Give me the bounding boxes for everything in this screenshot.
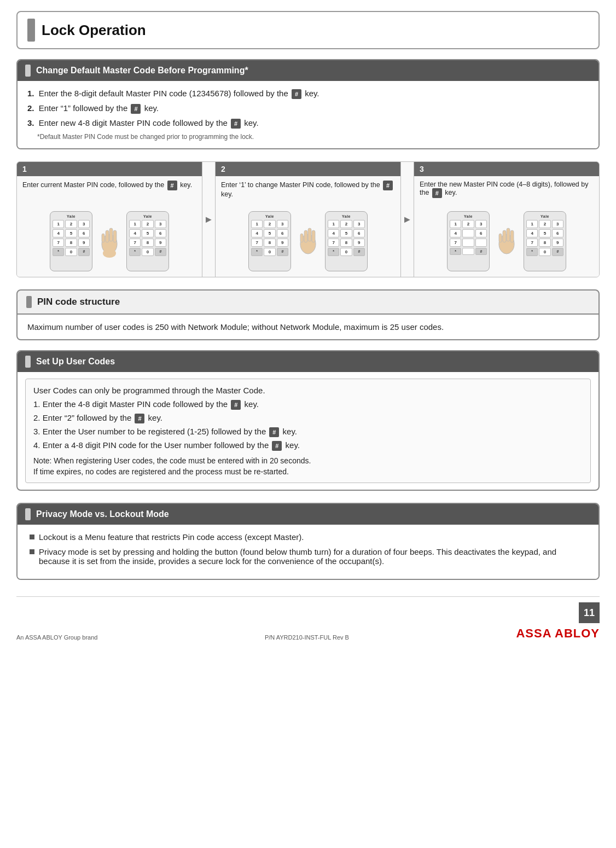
privacy-title: Privacy Mode vs. Lockout Mode: [36, 509, 169, 519]
keypad-brand-2: Yale: [143, 214, 152, 218]
pin-structure-body: Maximum number of user codes is 250 with…: [16, 315, 600, 340]
step-col-2: 2 Enter ‘1’ to change Master PIN code, f…: [216, 162, 401, 277]
title-bar-accent: [27, 19, 35, 42]
keypad-brand-3: Yale: [265, 214, 274, 218]
change-master-title: Change Default Master Code Before Progra…: [36, 66, 248, 75]
svg-rect-12: [503, 230, 506, 242]
step-col-1: 1 Enter current Master PIN code, followe…: [17, 162, 202, 277]
keypad-grid-5: 1 2 3 4 6 7 * #: [450, 220, 487, 255]
key-1: 1: [53, 220, 64, 228]
bullet-icon-2: [30, 549, 34, 554]
privacy-header-accent: [25, 508, 31, 520]
setup-title: Set Up User Codes: [36, 357, 115, 367]
svg-rect-3: [113, 230, 117, 242]
pound-icon-u3: #: [269, 427, 279, 437]
footer-left: An ASSA ABLOY Group brand: [16, 634, 97, 641]
pound-icon-s3: #: [432, 188, 442, 198]
setup-inner-box: User Codes can only be programmed throug…: [25, 379, 591, 483]
footer-right: 11 ASSA ABLOY: [516, 602, 600, 641]
key-hashb: #: [155, 248, 166, 256]
pin-structure-section: PIN code structure Maximum number of use…: [16, 289, 600, 340]
pound-icon-3: #: [231, 119, 241, 129]
setup-step3: 3. Enter the User number to be registere…: [33, 427, 583, 437]
setup-header-accent: [25, 356, 31, 368]
key-9: 9: [78, 239, 90, 247]
change-master-step3: 3. Enter new 4-8 digit Master PIN code f…: [27, 118, 589, 129]
key-7: 7: [53, 239, 64, 247]
key-4b: 4: [129, 229, 141, 237]
keypad-grid-2: 1 2 3 4 5 6 7 8 9 * 0 #: [129, 220, 166, 256]
pound-icon-u4: #: [272, 441, 282, 451]
step-header-1: 1: [17, 162, 202, 176]
privacy-body: Lockout is a Menu feature that restricts…: [18, 525, 598, 579]
svg-rect-10: [300, 234, 303, 242]
privacy-bullet-2: Privacy mode is set by pressing and hold…: [30, 547, 586, 566]
key-2: 2: [65, 220, 77, 228]
key-hash: #: [78, 248, 90, 256]
hand-icon-3: [493, 219, 520, 263]
change-master-section: Change Default Master Code Before Progra…: [16, 59, 600, 149]
footer: An ASSA ABLOY Group brand P/N AYRD210-IN…: [16, 596, 600, 641]
keypad-grid-1: 1 2 3 4 5 6 7 8 9 * 0 #: [53, 220, 90, 256]
key-8: 8: [65, 239, 77, 247]
group-brand-label: An ASSA ABLOY Group brand: [16, 634, 97, 641]
svg-rect-7: [304, 230, 307, 242]
pin-structure-header: PIN code structure: [16, 289, 600, 315]
privacy-header: Privacy Mode vs. Lockout Mode: [18, 504, 598, 525]
step-arrow-1: ►: [202, 162, 216, 277]
pound-icon-u1: #: [231, 400, 241, 410]
keypad-brand-1: Yale: [67, 214, 75, 218]
keypad-1: Yale 1 2 3 4 5 6 7 8 9 * 0 #: [50, 211, 92, 271]
key-8b: 8: [142, 239, 153, 247]
steps-row: 1 Enter current Master PIN code, followe…: [16, 161, 600, 277]
change-master-header: Change Default Master Code Before Progra…: [18, 60, 598, 81]
key-starb: *: [129, 248, 141, 256]
setup-step1: 1. Enter the 4-8 digit Master PIN code f…: [33, 399, 583, 410]
key-2b: 2: [142, 220, 153, 228]
svg-rect-4: [102, 234, 104, 242]
part-number: P/N AYRD210-INST-FUL Rev B: [265, 634, 349, 641]
key-3: 3: [78, 220, 90, 228]
brand-logo: ASSA ABLOY: [516, 626, 600, 641]
step-images-1: Yale 1 2 3 4 5 6 7 8 9 * 0 #: [17, 207, 202, 277]
bullet-icon-1: [30, 535, 34, 539]
svg-rect-8: [308, 228, 311, 241]
pin-structure-title: PIN code structure: [37, 297, 120, 307]
pound-icon-s1: #: [167, 181, 177, 190]
pound-icon-1: #: [292, 89, 301, 99]
keypad-6: Yale 1 2 3 4 5 6 7 8 9 * 0 #: [524, 211, 566, 271]
keypad-4: Yale 1 2 3 4 5 6 7 8 9 * 0 #: [325, 211, 368, 271]
setup-intro: User Codes can only be programmed throug…: [33, 386, 583, 395]
svg-rect-1: [106, 230, 109, 242]
step-col-3: 3 Enter the new Master PIN code (4–8 dig…: [414, 162, 599, 277]
setup-step2: 2. Enter “2” followed by the # key.: [33, 413, 583, 423]
privacy-bullet-1: Lockout is a Menu feature that restricts…: [30, 532, 586, 542]
key-3b: 3: [155, 220, 166, 228]
keypad-2: Yale 1 2 3 4 5 6 7 8 9 * 0 #: [126, 211, 169, 271]
key-0b: 0: [142, 248, 153, 256]
setup-step4: 4. Enter a 4-8 digit PIN code for the Us…: [33, 440, 583, 451]
keypad-5: Yale 1 2 3 4 6 7 * #: [447, 211, 490, 271]
setup-note1: Note: When registering User codes, the c…: [33, 456, 583, 465]
step-arrow-2: ►: [401, 162, 414, 277]
keypad-brand-5: Yale: [464, 214, 473, 218]
keypad-grid-3: 1 2 3 4 5 6 7 8 9 * 0 #: [251, 220, 288, 256]
svg-rect-9: [312, 230, 315, 242]
footer-center: P/N AYRD210-INST-FUL Rev B: [265, 634, 349, 641]
key-5: 5: [65, 229, 77, 237]
key-4: 4: [53, 229, 64, 237]
key-star: *: [53, 248, 64, 256]
pound-icon-s2: #: [383, 181, 393, 190]
keypad-grid-4: 1 2 3 4 5 6 7 8 9 * 0 #: [328, 220, 365, 256]
step-body-1: Enter current Master PIN code, followed …: [17, 176, 202, 207]
step-header-3: 3: [414, 162, 599, 176]
change-master-step2: 2. Enter “1” followed by the # key.: [27, 103, 589, 114]
svg-rect-2: [109, 228, 113, 241]
pin-header-accent: [26, 296, 32, 308]
step-images-2: Yale 1 2 3 4 5 6 7 8 9 * 0 #: [216, 207, 400, 277]
svg-rect-14: [510, 230, 514, 242]
step-body-3: Enter the new Master PIN code (4–8 digit…: [414, 176, 599, 207]
keypad-grid-6: 1 2 3 4 5 6 7 8 9 * 0 #: [526, 220, 563, 256]
key-6: 6: [78, 229, 90, 237]
header-accent: [25, 65, 31, 77]
